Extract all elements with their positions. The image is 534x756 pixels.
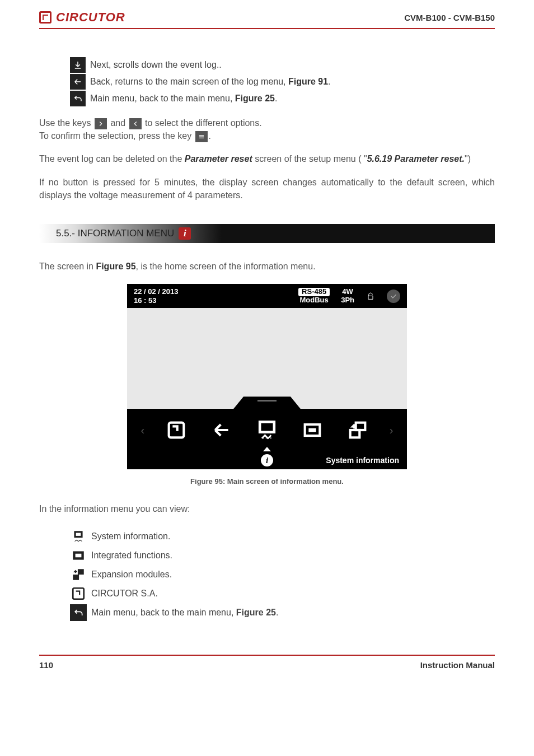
svg-rect-10 bbox=[76, 553, 82, 557]
svg-rect-11 bbox=[78, 569, 84, 575]
figure-caption: Figure 95: Main screen of information me… bbox=[39, 477, 495, 486]
expansion-modules-icon bbox=[70, 566, 87, 583]
page-number: 110 bbox=[39, 660, 53, 670]
svg-rect-6 bbox=[350, 430, 359, 437]
device-buttonbar: ‹ ‹ = › › bbox=[127, 409, 407, 451]
list-intro: In the information menu you can view: bbox=[39, 502, 495, 515]
page-footer: 110 Instruction Manual bbox=[39, 655, 495, 670]
chevron-right-icon: › bbox=[390, 424, 394, 437]
system-info-icon bbox=[70, 528, 87, 545]
pull-tab-icon bbox=[233, 396, 301, 409]
svg-rect-1 bbox=[260, 422, 274, 432]
list-item: CIRCUTOR S.A. bbox=[70, 585, 495, 602]
return-icon bbox=[70, 91, 86, 106]
svg-rect-4 bbox=[308, 428, 316, 432]
integrated-functions-icon bbox=[70, 547, 87, 564]
chevron-left-icon bbox=[129, 118, 142, 129]
arrow-left-icon bbox=[70, 74, 86, 90]
arrow-left-icon bbox=[208, 417, 235, 444]
desc-back: Back, returns to the main screen of the … bbox=[70, 74, 495, 90]
footer-label: Instruction Manual bbox=[420, 660, 495, 670]
device-comm: RS-485 ModBus bbox=[298, 288, 330, 304]
reset-paragraph: The event log can be deleted on the Para… bbox=[39, 152, 495, 165]
info-icon: i bbox=[179, 227, 191, 240]
page-header: CIRCUTOR CVM-B100 - CVM-B150 bbox=[39, 0, 495, 29]
lock-icon bbox=[366, 291, 376, 301]
device-footer: i System information bbox=[127, 451, 407, 469]
info-circle-icon: i bbox=[261, 454, 273, 466]
intro-paragraph: The screen in Figure 95, is the home scr… bbox=[39, 260, 495, 273]
list-item: Integrated functions. bbox=[70, 547, 495, 564]
system-info-icon: ‹ = › bbox=[254, 417, 280, 444]
section-header: 5.5.- INFORMATION MENU i bbox=[39, 224, 495, 243]
device-wiring: 4W 3Ph bbox=[341, 288, 354, 304]
chevron-left-icon: ‹ bbox=[140, 424, 144, 437]
device-figure: 22 / 02 / 2013 16 : 53 RS-485 ModBus 4W … bbox=[127, 284, 407, 469]
chevron-right-icon bbox=[95, 118, 107, 129]
desc-mainmenu: Main menu, back to the main menu, Figure… bbox=[70, 91, 495, 106]
svg-rect-12 bbox=[73, 575, 79, 580]
return-icon bbox=[70, 604, 87, 621]
desc-next: Next, scrolls down the event log.. bbox=[70, 57, 495, 73]
svg-rect-8 bbox=[76, 533, 81, 535]
menu-lines-icon bbox=[195, 131, 208, 142]
caret-up-icon bbox=[263, 447, 271, 451]
svg-text:‹ = ›: ‹ = › bbox=[263, 435, 272, 441]
logo-mark-icon bbox=[39, 11, 51, 24]
svg-rect-13 bbox=[73, 588, 84, 599]
check-circle-icon bbox=[387, 290, 400, 303]
list-item: System information. bbox=[70, 528, 495, 545]
circutor-logo-icon bbox=[163, 417, 190, 444]
list-item: Main menu, back to the main menu, Figure… bbox=[70, 604, 495, 621]
keys-paragraph: Use the keys and to select the different… bbox=[39, 116, 495, 142]
scroll-down-icon bbox=[70, 57, 86, 73]
device-statusbar: 22 / 02 / 2013 16 : 53 RS-485 ModBus 4W … bbox=[127, 284, 407, 308]
list-item: Expansion modules. bbox=[70, 566, 495, 583]
expansion-modules-icon bbox=[344, 417, 371, 444]
device-datetime: 22 / 02 / 2013 16 : 53 bbox=[134, 287, 179, 305]
integrated-functions-icon bbox=[299, 417, 326, 444]
brand-text: CIRCUTOR bbox=[56, 10, 125, 25]
document-id: CVM-B100 - CVM-B150 bbox=[404, 13, 495, 22]
circutor-logo-icon bbox=[70, 585, 87, 602]
brand-logo: CIRCUTOR bbox=[39, 10, 125, 25]
device-display bbox=[127, 308, 407, 409]
timeout-paragraph: If no button is pressed for 5 minutes, t… bbox=[39, 176, 495, 202]
